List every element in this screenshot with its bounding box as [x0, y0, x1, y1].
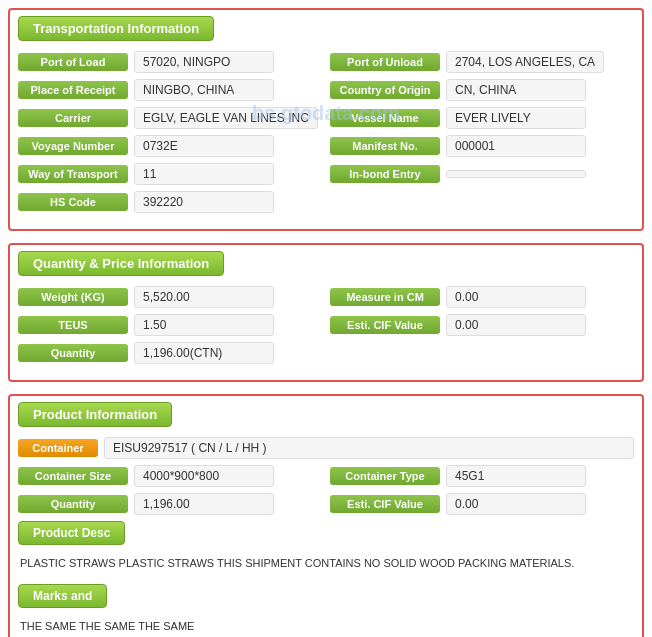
way-of-transport-label: Way of Transport [18, 165, 128, 183]
row-container: Container EISU9297517 ( CN / L / HH ) [18, 437, 634, 459]
port-of-load-label: Port of Load [18, 53, 128, 71]
quantity-qp-label: Quantity [18, 344, 128, 362]
row-quantity-product: Quantity 1,196.00 Esti. CIF Value 0.00 [18, 493, 634, 515]
teus-value: 1.50 [134, 314, 274, 336]
row-port: Port of Load 57020, NINGPO Port of Unloa… [18, 51, 634, 73]
container-value: EISU9297517 ( CN / L / HH ) [104, 437, 634, 459]
esti-cif-value-pair: Esti. CIF Value 0.00 [330, 314, 634, 336]
place-of-receipt-label: Place of Receipt [18, 81, 128, 99]
carrier-pair: Carrier EGLV, EAGLE VAN LINES INC [18, 107, 322, 129]
port-of-load-pair: Port of Load 57020, NINGPO [18, 51, 322, 73]
row-receipt: Place of Receipt NINGBO, CHINA Country o… [18, 79, 634, 101]
voyage-number-pair: Voyage Number 0732E [18, 135, 322, 157]
port-of-unload-label: Port of Unload [330, 53, 440, 71]
teus-pair: TEUS 1.50 [18, 314, 322, 336]
measure-in-cm-label: Measure in CM [330, 288, 440, 306]
country-of-origin-pair: Country of Origin CN, CHINA [330, 79, 634, 101]
quantity-price-header: Quantity & Price Information [18, 251, 224, 276]
voyage-number-value: 0732E [134, 135, 274, 157]
vessel-name-label: Vessel Name [330, 109, 440, 127]
product-header: Product Information [18, 402, 172, 427]
transportation-content: bs.gtodata.com Port of Load 57020, NINGP… [18, 51, 634, 213]
voyage-number-label: Voyage Number [18, 137, 128, 155]
measure-in-cm-value: 0.00 [446, 286, 586, 308]
esti-cif-value-label: Esti. CIF Value [330, 316, 440, 334]
row-container-size: Container Size 4000*900*800 Container Ty… [18, 465, 634, 487]
marks-text: THE SAME THE SAME THE SAME [18, 614, 634, 638]
quantity-product-value: 1,196.00 [134, 493, 274, 515]
row-carrier: Carrier EGLV, EAGLE VAN LINES INC Vessel… [18, 107, 634, 129]
in-bond-entry-pair: In-bond Entry [330, 165, 634, 183]
marks-and-button[interactable]: Marks and [18, 584, 107, 608]
weight-value: 5,520.00 [134, 286, 274, 308]
manifest-no-value: 000001 [446, 135, 586, 157]
esti-cif-product-pair: Esti. CIF Value 0.00 [330, 493, 634, 515]
quantity-product-label: Quantity [18, 495, 128, 513]
country-of-origin-value: CN, CHINA [446, 79, 586, 101]
carrier-value: EGLV, EAGLE VAN LINES INC [134, 107, 318, 129]
vessel-name-value: EVER LIVELY [446, 107, 586, 129]
in-bond-entry-label: In-bond Entry [330, 165, 440, 183]
row-teus: TEUS 1.50 Esti. CIF Value 0.00 [18, 314, 634, 336]
quantity-qp-value: 1,196.00(CTN) [134, 342, 274, 364]
teus-label: TEUS [18, 316, 128, 334]
quantity-product-pair: Quantity 1,196.00 [18, 493, 322, 515]
weight-label: Weight (KG) [18, 288, 128, 306]
quantity-price-section: Quantity & Price Information Weight (KG)… [8, 243, 644, 382]
hs-code-pair: HS Code 392220 [18, 191, 634, 213]
weight-pair: Weight (KG) 5,520.00 [18, 286, 322, 308]
port-of-unload-pair: Port of Unload 2704, LOS ANGELES, CA [330, 51, 634, 73]
product-content: Container EISU9297517 ( CN / L / HH ) Co… [18, 437, 634, 637]
container-label: Container [18, 439, 98, 457]
place-of-receipt-value: NINGBO, CHINA [134, 79, 274, 101]
transportation-section: Transportation Information bs.gtodata.co… [8, 8, 644, 231]
carrier-label: Carrier [18, 109, 128, 127]
container-size-value: 4000*900*800 [134, 465, 274, 487]
manifest-no-pair: Manifest No. 000001 [330, 135, 634, 157]
esti-cif-value-value: 0.00 [446, 314, 586, 336]
port-of-unload-value: 2704, LOS ANGELES, CA [446, 51, 604, 73]
measure-in-cm-pair: Measure in CM 0.00 [330, 286, 634, 308]
hs-code-value: 392220 [134, 191, 274, 213]
product-desc-button[interactable]: Product Desc [18, 521, 125, 545]
esti-cif-product-label: Esti. CIF Value [330, 495, 440, 513]
country-of-origin-label: Country of Origin [330, 81, 440, 99]
row-hs-code: HS Code 392220 [18, 191, 634, 213]
transportation-header: Transportation Information [18, 16, 214, 41]
container-size-pair: Container Size 4000*900*800 [18, 465, 322, 487]
in-bond-entry-value [446, 170, 586, 178]
manifest-no-label: Manifest No. [330, 137, 440, 155]
container-type-label: Container Type [330, 467, 440, 485]
hs-code-label: HS Code [18, 193, 128, 211]
row-way-transport: Way of Transport 11 In-bond Entry [18, 163, 634, 185]
port-of-load-value: 57020, NINGPO [134, 51, 274, 73]
quantity-qp-pair: Quantity 1,196.00(CTN) [18, 342, 634, 364]
page-wrapper: Transportation Information bs.gtodata.co… [0, 0, 652, 637]
product-section: Product Information Container EISU929751… [8, 394, 644, 637]
container-type-pair: Container Type 45G1 [330, 465, 634, 487]
container-size-label: Container Size [18, 467, 128, 485]
way-of-transport-value: 11 [134, 163, 274, 185]
esti-cif-product-value: 0.00 [446, 493, 586, 515]
row-weight: Weight (KG) 5,520.00 Measure in CM 0.00 [18, 286, 634, 308]
product-desc-text: PLASTIC STRAWS PLASTIC STRAWS THIS SHIPM… [18, 551, 634, 576]
place-of-receipt-pair: Place of Receipt NINGBO, CHINA [18, 79, 322, 101]
container-type-value: 45G1 [446, 465, 586, 487]
row-quantity-qp: Quantity 1,196.00(CTN) [18, 342, 634, 364]
vessel-name-pair: Vessel Name EVER LIVELY [330, 107, 634, 129]
quantity-price-content: Weight (KG) 5,520.00 Measure in CM 0.00 … [18, 286, 634, 364]
row-voyage: Voyage Number 0732E Manifest No. 000001 [18, 135, 634, 157]
way-of-transport-pair: Way of Transport 11 [18, 163, 322, 185]
